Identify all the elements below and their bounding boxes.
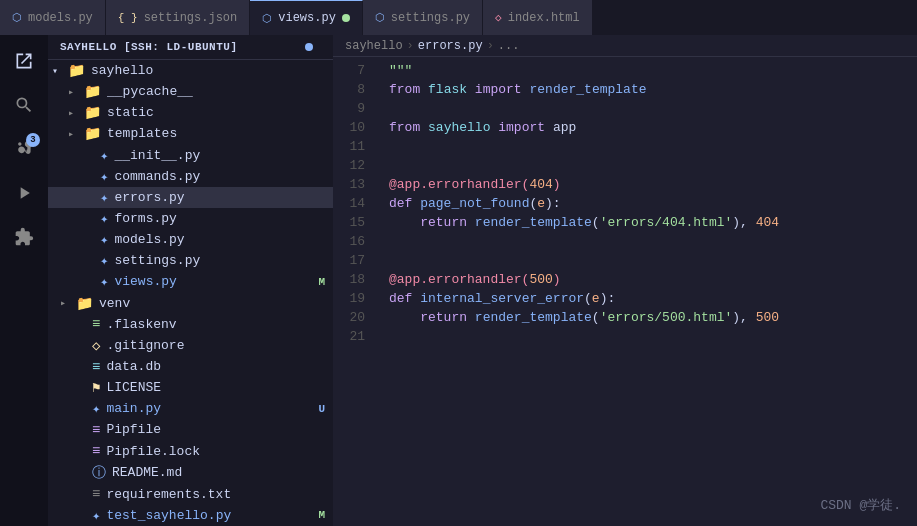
chevron-right-icon: ▸: [68, 107, 84, 119]
sidebar-item-pycache[interactable]: ▸ 📁 __pycache__: [48, 81, 333, 102]
code-line-10: from sayhello import app: [389, 118, 917, 137]
sidebar-item-label: static: [107, 105, 333, 120]
sidebar-item-label: __init__.py: [114, 148, 333, 163]
json-icon: { }: [118, 12, 138, 24]
code-line-12: [389, 156, 917, 175]
breadcrumb-sep2: ›: [487, 39, 494, 53]
code-line-15: return render_template('errors/404.html'…: [389, 213, 917, 232]
license-file-icon: ⚑: [92, 379, 100, 396]
activity-bar: 3: [0, 35, 48, 526]
modified-badge: M: [318, 276, 325, 288]
line-numbers: 7 8 9 10 11 12 13 14 15 16 17 18 19 20 2…: [333, 57, 381, 526]
sidebar-item-errors-py[interactable]: ▸ ✦ errors.py: [48, 187, 333, 208]
source-control-badge: 3: [26, 133, 40, 147]
search-icon[interactable]: [6, 87, 42, 123]
sidebar-item-label: models.py: [114, 232, 333, 247]
sidebar-item-venv[interactable]: ▸ 📁 venv: [48, 293, 333, 314]
sidebar-item-pipfile[interactable]: ▸ ≡ Pipfile: [48, 419, 333, 440]
py-file-icon: ✦: [100, 273, 108, 290]
breadcrumb: sayhello › errors.py › ...: [333, 35, 917, 57]
sidebar-item-forms-py[interactable]: ▸ ✦ forms.py: [48, 208, 333, 229]
code-editor[interactable]: 7 8 9 10 11 12 13 14 15 16 17 18 19 20 2…: [333, 57, 917, 526]
code-line-17: [389, 251, 917, 270]
py-file-icon: ✦: [100, 189, 108, 206]
sidebar-item-label: data.db: [106, 359, 333, 374]
sidebar-item-label: __pycache__: [107, 84, 333, 99]
extensions-icon[interactable]: [6, 219, 42, 255]
tab-label: models.py: [28, 11, 93, 25]
sidebar-item-readme[interactable]: ▸ ⓘ README.md: [48, 462, 333, 484]
tab-settings-py[interactable]: ⬡ settings.py: [363, 0, 483, 35]
pip-lock-file-icon: ≡: [92, 443, 100, 459]
py-file-icon: ✦: [92, 400, 100, 417]
sidebar-item-commands-py[interactable]: ▸ ✦ commands.py: [48, 166, 333, 187]
editor-area: sayhello › errors.py › ... 7 8 9 10 11 1…: [333, 35, 917, 526]
html-icon: ◇: [495, 11, 502, 24]
sidebar-item-label: test_sayhello.py: [106, 508, 318, 523]
run-icon[interactable]: [6, 175, 42, 211]
sidebar-item-flaskenv[interactable]: ▸ ≡ .flaskenv: [48, 314, 333, 335]
tab-label: views.py: [278, 11, 336, 25]
notification-dot: [305, 43, 313, 51]
py-icon: ⬡: [375, 11, 385, 24]
sidebar-item-requirements[interactable]: ▸ ≡ requirements.txt: [48, 484, 333, 505]
tab-label: settings.json: [144, 11, 238, 25]
explorer-icon[interactable]: [6, 43, 42, 79]
pip-file-icon: ≡: [92, 422, 100, 438]
watermark: CSDN @学徒.: [820, 496, 901, 514]
sidebar-item-test-sayhello[interactable]: ▸ ✦ test_sayhello.py M: [48, 505, 333, 526]
code-line-8: from flask import render_template: [389, 80, 917, 99]
tab-models-py[interactable]: ⬡ models.py: [0, 0, 106, 35]
folder-icon: 📁: [84, 125, 101, 142]
sidebar-item-label: .flaskenv: [106, 317, 333, 332]
py-file-icon: ✦: [100, 231, 108, 248]
tab-index-html[interactable]: ◇ index.html: [483, 0, 593, 35]
breadcrumb-sep1: ›: [407, 39, 414, 53]
env-file-icon: ≡: [92, 316, 100, 332]
code-line-19: def internal_server_error(e):: [389, 289, 917, 308]
tab-views-py[interactable]: ⬡ views.py: [250, 0, 363, 35]
sidebar-item-label: main.py: [106, 401, 318, 416]
sidebar-item-gitignore[interactable]: ▸ ◇ .gitignore: [48, 335, 333, 356]
py-file-icon: ✦: [100, 252, 108, 269]
sidebar-item-templates[interactable]: ▸ 📁 templates: [48, 123, 333, 144]
main-area: 3 SAYHELLO [SSH: LD-UBUNTU] ▾ 📁 sayhello: [0, 35, 917, 526]
breadcrumb-file: errors.py: [418, 39, 483, 53]
chevron-right-icon: ▸: [60, 297, 76, 309]
py-icon: ⬡: [262, 12, 272, 25]
source-control-icon[interactable]: 3: [6, 131, 42, 167]
tab-settings-json[interactable]: { } settings.json: [106, 0, 250, 35]
sidebar-item-label: templates: [107, 126, 333, 141]
git-file-icon: ◇: [92, 337, 100, 354]
folder-icon: 📁: [68, 62, 85, 79]
folder-icon: 📁: [84, 104, 101, 121]
sidebar-item-label: requirements.txt: [106, 487, 333, 502]
sidebar-item-init-py[interactable]: ▸ ✦ __init__.py: [48, 145, 333, 166]
py-file-icon: ✦: [100, 210, 108, 227]
chevron-down-icon: ▾: [52, 65, 68, 77]
code-line-18: @app.errorhandler(500): [389, 270, 917, 289]
tab-bar: ⬡ models.py { } settings.json ⬡ views.py…: [0, 0, 917, 35]
modified-badge: M: [318, 509, 325, 521]
sidebar-item-static[interactable]: ▸ 📁 static: [48, 102, 333, 123]
info-file-icon: ⓘ: [92, 464, 106, 482]
sidebar-item-main-py[interactable]: ▸ ✦ main.py U: [48, 398, 333, 419]
sidebar-item-label: errors.py: [114, 190, 333, 205]
sidebar-item-label: commands.py: [114, 169, 333, 184]
code-line-11: [389, 137, 917, 156]
tab-label: settings.py: [391, 11, 470, 25]
sidebar-item-models-py[interactable]: ▸ ✦ models.py: [48, 229, 333, 250]
sidebar-item-label: Pipfile: [106, 422, 333, 437]
sidebar-item-label: README.md: [112, 465, 333, 480]
sidebar-item-settings-py[interactable]: ▸ ✦ settings.py: [48, 250, 333, 271]
sidebar-item-license[interactable]: ▸ ⚑ LICENSE: [48, 377, 333, 398]
sidebar-item-label: forms.py: [114, 211, 333, 226]
root-folder-item[interactable]: ▾ 📁 sayhello: [48, 60, 333, 81]
sidebar-item-pipfile-lock[interactable]: ▸ ≡ Pipfile.lock: [48, 441, 333, 462]
sidebar-item-views-py[interactable]: ▸ ✦ views.py M: [48, 271, 333, 292]
py-icon: ⬡: [12, 11, 22, 24]
sidebar-item-label: LICENSE: [106, 380, 333, 395]
sidebar-item-label: views.py: [114, 274, 318, 289]
code-line-20: return render_template('errors/500.html'…: [389, 308, 917, 327]
sidebar-item-data-db[interactable]: ▸ ≡ data.db: [48, 356, 333, 377]
